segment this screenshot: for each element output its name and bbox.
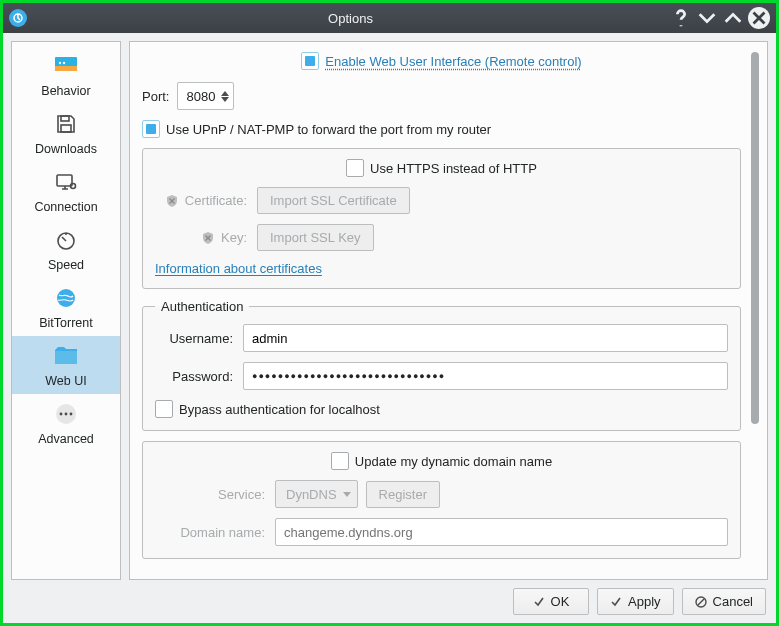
shield-icon <box>165 194 179 208</box>
window-title: Options <box>35 11 666 26</box>
key-label: Key: <box>221 230 247 245</box>
password-label: Password: <box>155 369 233 384</box>
svg-rect-6 <box>61 125 71 132</box>
close-button[interactable] <box>748 7 770 29</box>
save-icon <box>54 112 78 136</box>
sidebar-item-label: Advanced <box>38 432 94 446</box>
chevron-up-icon[interactable] <box>221 91 229 96</box>
sidebar-item-advanced[interactable]: Advanced <box>12 394 120 452</box>
ddns-enable-label: Update my dynamic domain name <box>355 454 552 469</box>
sidebar-item-label: Connection <box>34 200 97 214</box>
svg-point-14 <box>65 413 68 416</box>
vertical-scrollbar[interactable] <box>751 52 759 569</box>
upnp-checkbox[interactable] <box>142 120 160 138</box>
username-label: Username: <box>155 331 233 346</box>
enable-webui-label[interactable]: Enable Web User Interface (Remote contro… <box>325 54 581 69</box>
app-icon <box>9 9 27 27</box>
sidebar-item-connection[interactable]: Connection <box>12 162 120 220</box>
svg-point-4 <box>63 62 65 64</box>
ddns-domain-label: Domain name: <box>155 525 265 540</box>
svg-point-3 <box>59 62 61 64</box>
svg-rect-5 <box>61 116 69 121</box>
sidebar-item-behavior[interactable]: Behavior <box>12 46 120 104</box>
https-group: Use HTTPS instead of HTTP Certificate: I… <box>142 148 741 289</box>
svg-rect-2 <box>55 66 77 71</box>
maximize-button[interactable] <box>722 7 744 29</box>
sidebar-item-label: Speed <box>48 258 84 272</box>
sidebar-item-label: Behavior <box>41 84 90 98</box>
cert-info-link[interactable]: Information about certificates <box>155 261 322 276</box>
globe-icon <box>54 286 78 310</box>
svg-point-13 <box>60 413 63 416</box>
auth-heading: Authentication <box>155 299 249 314</box>
password-input[interactable]: ●●●●●●●●●●●●●●●●●●●●●●●●●●●●●● <box>243 362 728 390</box>
help-button[interactable] <box>670 7 692 29</box>
svg-point-15 <box>70 413 73 416</box>
cancel-icon <box>695 596 707 608</box>
check-icon <box>533 596 545 608</box>
sidebar-item-label: Downloads <box>35 142 97 156</box>
port-spinbox[interactable]: 8080 <box>177 82 234 110</box>
ddns-enable-checkbox[interactable] <box>331 452 349 470</box>
behavior-icon <box>54 54 78 78</box>
ddns-service-label: Service: <box>155 487 265 502</box>
speed-icon <box>54 228 78 252</box>
port-label: Port: <box>142 89 169 104</box>
sidebar-item-speed[interactable]: Speed <box>12 220 120 278</box>
minimize-button[interactable] <box>696 7 718 29</box>
sidebar-item-label: Web UI <box>45 374 86 388</box>
apply-button[interactable]: Apply <box>597 588 674 615</box>
chevron-down-icon[interactable] <box>221 97 229 102</box>
check-icon <box>610 596 622 608</box>
chevron-down-icon <box>343 492 351 497</box>
import-cert-button[interactable]: Import SSL Certificate <box>257 187 410 214</box>
settings-panel: Enable Web User Interface (Remote contro… <box>129 41 768 580</box>
svg-point-10 <box>57 289 75 307</box>
certificate-label: Certificate: <box>185 193 247 208</box>
cancel-button[interactable]: Cancel <box>682 588 766 615</box>
sidebar-item-webui[interactable]: Web UI <box>12 336 120 394</box>
port-value: 8080 <box>186 89 215 104</box>
username-input[interactable] <box>243 324 728 352</box>
bypass-localhost-label: Bypass authentication for localhost <box>179 402 380 417</box>
ddns-register-button[interactable]: Register <box>366 481 440 508</box>
import-key-button[interactable]: Import SSL Key <box>257 224 374 251</box>
ddns-group: Update my dynamic domain name Service: D… <box>142 441 741 559</box>
ok-button[interactable]: OK <box>513 588 589 615</box>
shield-icon <box>201 231 215 245</box>
connection-icon <box>54 170 78 194</box>
svg-rect-7 <box>57 175 72 186</box>
sidebar-item-label: BitTorrent <box>39 316 93 330</box>
upnp-label: Use UPnP / NAT-PMP to forward the port f… <box>166 122 491 137</box>
category-sidebar: Behavior Downloads Connection <box>11 41 121 580</box>
dialog-footer: OK Apply Cancel <box>11 588 768 615</box>
options-window: Options Behavior Downloads <box>3 3 776 623</box>
svg-point-8 <box>71 184 76 189</box>
enable-webui-checkbox[interactable] <box>301 52 319 70</box>
ddns-domain-input[interactable] <box>275 518 728 546</box>
bypass-localhost-checkbox[interactable] <box>155 400 173 418</box>
sidebar-item-bittorrent[interactable]: BitTorrent <box>12 278 120 336</box>
use-https-label: Use HTTPS instead of HTTP <box>370 161 537 176</box>
sidebar-item-downloads[interactable]: Downloads <box>12 104 120 162</box>
use-https-checkbox[interactable] <box>346 159 364 177</box>
ddns-service-select[interactable]: DynDNS <box>275 480 358 508</box>
dots-icon <box>54 402 78 426</box>
svg-rect-11 <box>55 351 77 364</box>
titlebar: Options <box>3 3 776 33</box>
auth-group: Authentication Username: Password: ●●●●●… <box>142 299 741 431</box>
folder-icon <box>54 344 78 368</box>
